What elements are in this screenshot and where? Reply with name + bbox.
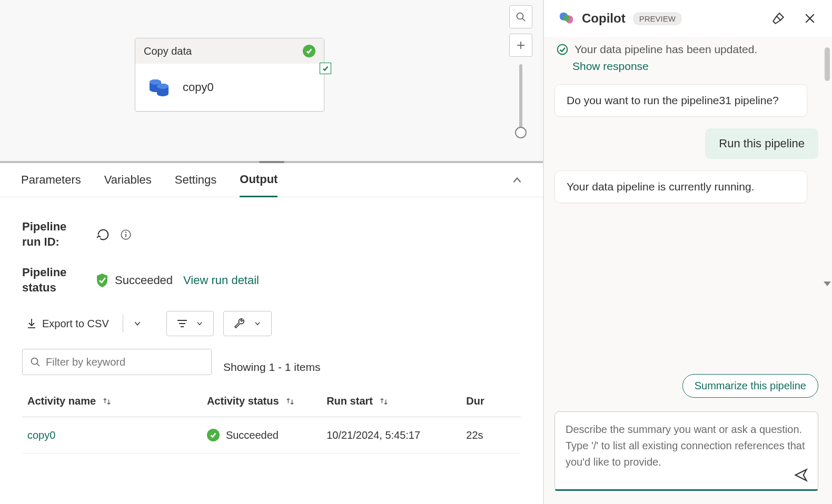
details-tabs: Parameters Variables Settings Output (0, 163, 543, 197)
refresh-icon[interactable] (96, 227, 111, 242)
tab-variables[interactable]: Variables (104, 173, 152, 196)
scrollbar-down-arrow[interactable] (824, 281, 831, 286)
check-circle-icon (557, 44, 568, 55)
search-icon (30, 357, 41, 367)
sort-icon[interactable] (285, 397, 295, 406)
bot-message: Do you want to run the pipeline31 pipeli… (554, 84, 807, 117)
main-area: Copy data copy0 (0, 0, 543, 504)
success-check-icon (303, 45, 315, 57)
svg-point-16 (32, 358, 38, 365)
canvas-tools (509, 5, 532, 138)
add-activity-button[interactable] (509, 34, 532, 57)
success-check-icon (207, 429, 220, 441)
view-run-detail-link[interactable]: View run detail (183, 274, 259, 287)
system-status-line: Your data pipeline has been updated. (557, 43, 818, 56)
show-response-link[interactable]: Show response (572, 60, 818, 73)
shield-check-icon (96, 273, 108, 288)
copilot-panel: Copilot PREVIEW Your data pipeline has b… (543, 0, 832, 504)
close-icon[interactable] (803, 11, 817, 26)
output-panel: Pipeline run ID: Pipeline status Succeed… (0, 197, 543, 453)
tab-output[interactable]: Output (240, 173, 278, 197)
pipeline-status-value: Succeeded View run detail (96, 273, 259, 288)
cell-activity-status: Succeeded (207, 429, 316, 441)
composer-placeholder: Describe the summary you want or ask a q… (566, 421, 807, 470)
activity-card-copy-data[interactable]: Copy data copy0 (135, 38, 324, 112)
cell-status-text: Succeeded (226, 429, 279, 441)
activity-card-body: copy0 (135, 64, 324, 111)
toolbar-separator (123, 315, 123, 332)
chat-composer[interactable]: Describe the summary you want or ask a q… (554, 411, 818, 490)
pipeline-status-row: Pipeline status Succeeded View run detai… (22, 265, 521, 295)
cell-activity-name[interactable]: copy0 (22, 417, 202, 453)
composer-focus-underline (555, 489, 818, 491)
broom-icon[interactable] (771, 11, 786, 26)
export-csv-dropdown[interactable] (133, 319, 142, 328)
collapse-panel-icon[interactable] (511, 175, 523, 186)
chevron-down-icon (253, 319, 262, 328)
copilot-header: Copilot PREVIEW (544, 0, 832, 37)
info-icon[interactable] (120, 229, 132, 240)
pipeline-run-id-label: Pipeline run ID: (22, 219, 80, 249)
zoom-slider[interactable] (519, 64, 522, 138)
activity-success-port[interactable] (320, 63, 331, 74)
col-activity-status[interactable]: Activity status (207, 395, 279, 407)
settings-options-button[interactable] (223, 311, 272, 336)
svg-line-17 (37, 364, 39, 366)
table-row[interactable]: copy0 Succeeded 10/21/2024, 5:45:17 22s (22, 417, 521, 453)
filter-icon (176, 319, 188, 328)
pipeline-status-label: Pipeline status (22, 265, 80, 295)
svg-point-1 (150, 79, 161, 85)
col-activity-name[interactable]: Activity name (27, 395, 96, 407)
bot-message: Your data pipeline is currently running. (554, 170, 807, 203)
filter-keyword-input[interactable] (46, 356, 204, 368)
pipeline-canvas[interactable]: Copy data copy0 (0, 0, 543, 163)
database-icon (147, 76, 170, 99)
copilot-logo-icon (559, 11, 575, 26)
zoom-slider-thumb[interactable] (515, 127, 527, 138)
pipeline-run-id-row: Pipeline run ID: (22, 219, 521, 249)
copilot-scrollbar[interactable] (824, 47, 831, 274)
chat-area: Your data pipeline has been updated. Sho… (544, 37, 832, 403)
svg-line-5 (522, 18, 525, 21)
svg-point-20 (558, 45, 568, 55)
cell-duration: 22s (461, 417, 521, 453)
user-message: Run this pipeline (705, 128, 818, 159)
copilot-title: Copilot (582, 11, 626, 26)
svg-point-3 (157, 84, 169, 89)
system-status-text: Your data pipeline has been updated. (575, 43, 757, 56)
tab-settings[interactable]: Settings (175, 173, 217, 196)
preview-badge: PREVIEW (633, 12, 682, 25)
filter-keyword-input-wrap[interactable] (22, 349, 212, 375)
sort-icon[interactable] (102, 397, 112, 406)
svg-point-10 (125, 231, 127, 233)
activity-runs-table: Activity name Activity status Run start … (22, 386, 521, 453)
output-toolbar: Export to CSV (22, 311, 521, 336)
zoom-search-button[interactable] (509, 5, 532, 28)
export-csv-label: Export to CSV (42, 318, 109, 330)
filter-options-button[interactable] (166, 311, 214, 336)
status-text: Succeeded (115, 274, 173, 287)
chevron-down-icon (195, 319, 204, 328)
cell-run-start: 10/21/2024, 5:45:17 (321, 417, 461, 453)
activity-name-label: copy0 (183, 80, 214, 94)
col-duration[interactable]: Dur (466, 395, 484, 407)
suggestion-chip[interactable]: Summarize this pipeline (682, 374, 818, 398)
scrollbar-thumb[interactable] (825, 47, 830, 81)
send-icon[interactable] (794, 468, 808, 482)
col-run-start[interactable]: Run start (326, 395, 373, 407)
wrench-icon (233, 317, 246, 330)
showing-count-text: Showing 1 - 1 items (223, 361, 320, 374)
tab-parameters[interactable]: Parameters (21, 173, 81, 196)
activity-card-header: Copy data (135, 38, 324, 64)
svg-point-4 (517, 13, 523, 19)
sort-icon[interactable] (379, 397, 389, 406)
export-csv-button[interactable]: Export to CSV (22, 315, 113, 333)
activity-header-label: Copy data (144, 45, 192, 57)
